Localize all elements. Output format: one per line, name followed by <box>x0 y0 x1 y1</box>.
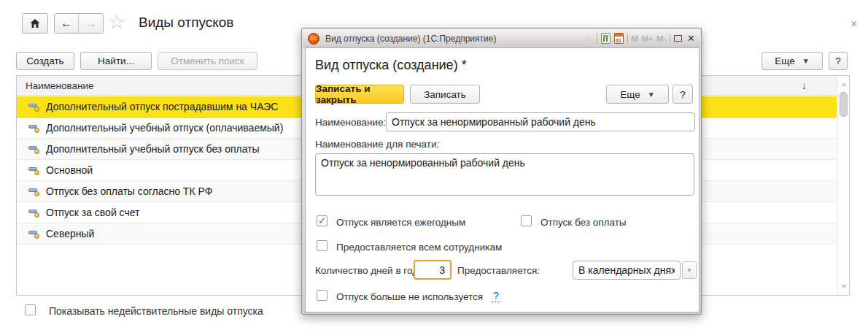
check-icon: ✓ <box>318 215 327 226</box>
dialog-titlebar-title: Вид отпуска (создание) (1С:Предприятие) <box>325 34 496 44</box>
vertical-scrollbar[interactable] <box>837 76 849 295</box>
memory-minus-button: M- <box>656 34 666 43</box>
home-icon <box>29 18 41 29</box>
back-icon: ← <box>61 17 72 30</box>
annual-checkbox-label: Отпуск является ежегодным <box>336 217 465 228</box>
row-label: Дополнительный учебный отпуск (оплачивае… <box>46 122 283 134</box>
window-close-icon[interactable]: × <box>850 18 857 31</box>
provided-in-label: Предоставляется: <box>457 265 540 276</box>
dialog-more-button[interactable]: Еще ▼ <box>606 85 669 104</box>
row-label: Дополнительный учебный отпуск без оплаты <box>46 143 260 155</box>
scroll-up-icon[interactable] <box>841 82 847 86</box>
more-button-label: Еще <box>775 55 794 66</box>
chevron-down-icon: ▼ <box>648 91 655 99</box>
table-header-label: Наименование <box>26 80 94 91</box>
all-employees-checkbox-label: Предоставляется всем сотрудникам <box>336 242 502 253</box>
catalog-item-icon <box>28 166 40 175</box>
catalog-item-icon <box>28 145 40 154</box>
unpaid-checkbox-label: Отпуск без оплаты <box>540 217 627 228</box>
help-button[interactable]: ? <box>829 52 848 70</box>
print-name-label: Наименование для печати: <box>315 139 439 150</box>
scroll-down-icon[interactable] <box>841 285 847 288</box>
row-label: Отпуск за свой счет <box>46 207 139 218</box>
back-button[interactable]: ← <box>55 14 79 33</box>
dialog-help-button[interactable]: ? <box>673 85 693 104</box>
page-title: Виды отпусков <box>139 15 233 31</box>
maximize-icon[interactable] <box>674 35 682 42</box>
titlebar-separator <box>670 34 670 44</box>
not-used-checkbox-label: Отпуск больше не используется <box>336 291 483 302</box>
calculator-icon[interactable] <box>601 33 611 44</box>
row-label: Основной <box>46 164 93 176</box>
1c-logo-icon: 1С <box>308 33 319 45</box>
dialog-heading: Вид отпуска (создание) * <box>315 58 467 73</box>
catalog-item-icon <box>28 229 40 239</box>
scrollbar-thumb[interactable] <box>840 92 848 117</box>
unpaid-checkbox[interactable] <box>521 215 532 226</box>
memory-button: M <box>632 34 638 43</box>
name-field-label: Наименование: <box>315 117 386 128</box>
row-label: Отпуск без оплаты согласно ТК РФ <box>46 185 212 197</box>
chevron-down-icon: ▾ <box>688 266 691 274</box>
save-and-close-button[interactable]: Записать и закрыть <box>315 85 404 104</box>
catalog-item-icon <box>28 208 40 218</box>
provided-in-dropdown-button[interactable]: ▾ <box>682 261 697 279</box>
annual-checkbox[interactable]: ✓ <box>317 215 328 226</box>
dialog-close-icon[interactable]: ✕ <box>687 33 695 44</box>
titlebar-star-icon: ☆ <box>584 33 593 44</box>
more-button[interactable]: Еще ▼ <box>762 52 823 70</box>
titlebar-separator <box>627 34 628 44</box>
dialog-content: Вид отпуска (создание) * Записать и закр… <box>305 47 700 312</box>
dialog-more-label: Еще <box>620 89 640 100</box>
vacation-type-dialog: 1С Вид отпуска (создание) (1С:Предприяти… <box>301 28 702 315</box>
forward-button: → <box>79 14 103 33</box>
home-button[interactable] <box>22 13 48 34</box>
cancel-search-button: Отменить поиск <box>158 52 257 70</box>
save-button[interactable]: Записать <box>410 85 480 104</box>
show-invalid-checkbox[interactable] <box>25 304 36 315</box>
sort-descending-icon[interactable]: ↓ <box>802 80 807 91</box>
name-input[interactable] <box>386 112 695 131</box>
all-employees-checkbox[interactable] <box>317 240 328 251</box>
calendar-icon[interactable]: 31 <box>614 33 624 44</box>
days-per-year-input[interactable] <box>414 260 452 280</box>
provided-in-select[interactable] <box>573 261 681 280</box>
row-label: Северный <box>46 228 94 239</box>
forward-icon: → <box>85 17 97 30</box>
favorite-star-icon[interactable]: ☆ <box>108 10 125 34</box>
dialog-titlebar-icons: ☆ 31 M M+ M- ✕ <box>584 29 695 47</box>
dialog-titlebar[interactable]: 1С Вид отпуска (создание) (1С:Предприяти… <box>303 29 700 47</box>
not-used-checkbox[interactable] <box>317 290 328 301</box>
catalog-item-icon <box>28 102 40 112</box>
history-nav-group: ← → <box>54 13 104 34</box>
memory-plus-button: M+ <box>642 34 654 43</box>
show-invalid-label: Показывать недействительные виды отпуска <box>49 305 263 317</box>
chevron-down-icon: ▼ <box>802 57 810 65</box>
catalog-item-icon <box>28 187 40 196</box>
create-button[interactable]: Создать <box>16 52 74 70</box>
not-used-help-link[interactable]: ? <box>492 290 500 302</box>
application-window: ← → ☆ Виды отпусков × Создать Найти... О… <box>0 0 868 330</box>
row-label: Дополнительный отпуск пострадавшим на ЧА… <box>46 101 278 112</box>
print-name-textarea[interactable]: Отпуск за ненормированный рабочий день <box>315 153 694 196</box>
find-button[interactable]: Найти... <box>80 52 152 70</box>
catalog-item-icon <box>28 123 40 133</box>
titlebar-separator <box>597 34 597 44</box>
days-per-year-label: Количество дней в год: <box>315 265 421 276</box>
